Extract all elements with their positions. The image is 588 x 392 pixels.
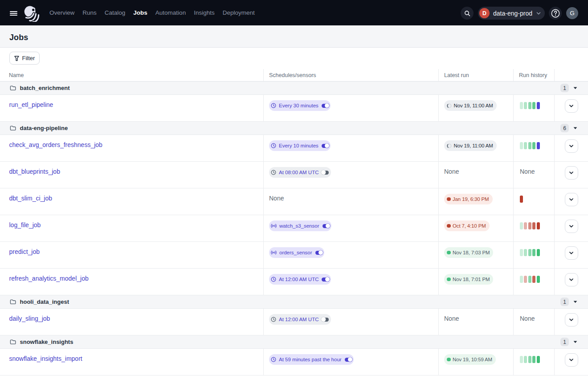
toggle-on[interactable]	[322, 104, 329, 108]
sensor-tag[interactable]: watch_s3_sensor	[269, 220, 331, 231]
run-history-bar-failure[interactable]	[528, 222, 531, 229]
run-history-bar-success[interactable]	[524, 356, 527, 363]
group-collapse-button[interactable]	[573, 301, 577, 303]
nav-item-automation[interactable]: Automation	[151, 0, 190, 25]
latest-run-pill[interactable]: Nov 19, 10:59 AM	[444, 354, 496, 365]
nav-item-deployment[interactable]: Deployment	[219, 0, 259, 25]
latest-run-pill[interactable]: Jan 19, 6:30 PM	[444, 194, 493, 204]
filter-button[interactable]: Filter	[9, 52, 40, 65]
run-history-none: None	[520, 167, 535, 176]
schedule-tag[interactable]: At 12:00 AM UTC	[269, 274, 331, 285]
nav-item-overview[interactable]: Overview	[45, 0, 78, 25]
nav-item-jobs[interactable]: Jobs	[129, 0, 151, 25]
run-history-bar-success[interactable]	[532, 356, 535, 363]
sensor-tag[interactable]: orders_sensor	[269, 247, 324, 258]
schedule-tag[interactable]: Every 30 minutes	[269, 100, 331, 111]
schedule-tag[interactable]: At 08:00 AM UTC	[269, 167, 331, 178]
group-collapse-button[interactable]	[573, 127, 577, 130]
run-history-bar-failure[interactable]	[532, 276, 535, 283]
nav-item-runs[interactable]: Runs	[78, 0, 101, 25]
caret-down-icon	[573, 127, 577, 130]
run-history-bar-success[interactable]	[528, 276, 531, 283]
job-name-cell: dbt_blueprints_job	[0, 162, 264, 188]
expand-row-button[interactable]	[565, 193, 578, 206]
toggle-on[interactable]	[322, 278, 329, 282]
run-history-bars	[520, 196, 554, 203]
run-history-bar-failure[interactable]	[537, 222, 540, 229]
run-history-bar-failure[interactable]	[520, 196, 523, 203]
dagster-logo[interactable]	[24, 1, 44, 22]
expand-row-button[interactable]	[565, 313, 578, 327]
user-avatar[interactable]: G	[566, 7, 578, 19]
help-button[interactable]	[549, 7, 562, 20]
group-collapse-button[interactable]	[573, 87, 577, 90]
job-name-link[interactable]: dbt_blueprints_job	[9, 167, 60, 176]
run-history-bar-failure[interactable]	[532, 222, 535, 229]
toggle-off[interactable]	[322, 171, 329, 175]
group-collapse-button[interactable]	[573, 341, 577, 343]
expand-row-button[interactable]	[565, 273, 578, 286]
run-history-bar-success[interactable]	[532, 249, 535, 256]
run-history-bar-success[interactable]	[532, 102, 535, 109]
job-name-link[interactable]: dbt_slim_ci_job	[9, 194, 53, 203]
run-history-bar-running[interactable]	[537, 102, 540, 109]
schedule-tag[interactable]: Every 10 minutes	[269, 140, 331, 151]
job-name-link[interactable]: snowflake_insights_import	[9, 354, 82, 363]
run-history-bar-success[interactable]	[524, 102, 527, 109]
run-history-bar-failure[interactable]	[524, 276, 527, 283]
run-history-bar-success[interactable]	[520, 276, 523, 283]
workspace-switcher[interactable]: D data-eng-prod	[478, 7, 545, 20]
run-history-bar-success[interactable]	[520, 222, 523, 229]
job-name-link[interactable]: run_etl_pipeline	[9, 100, 53, 109]
job-name-link[interactable]: predict_job	[9, 247, 40, 256]
run-history-bar-success[interactable]	[528, 102, 531, 109]
job-name-link[interactable]: check_avg_orders_freshness_job	[9, 140, 102, 149]
run-history-bar-success[interactable]	[520, 142, 523, 149]
latest-run-pill[interactable]: Nov 18, 7:03 PM	[444, 247, 493, 258]
expand-row-button[interactable]	[565, 166, 578, 180]
latest-run-pill[interactable]: Oct 7, 4:10 PM	[444, 220, 490, 231]
run-history-bar-success[interactable]	[537, 356, 540, 363]
nav-item-catalog[interactable]: Catalog	[101, 0, 130, 25]
latest-run-pill[interactable]: Nov 19, 11:00 AM	[444, 100, 497, 111]
menu-button[interactable]	[10, 0, 17, 25]
expand-row-button[interactable]	[565, 353, 578, 367]
chevron-down-icon	[569, 225, 573, 228]
toggle-on[interactable]	[345, 358, 352, 362]
schedules-cell: At 12:00 AM UTC	[264, 269, 439, 295]
run-history-bar-success[interactable]	[532, 142, 535, 149]
toggle-on[interactable]	[323, 224, 330, 228]
run-history-bar-success[interactable]	[528, 249, 531, 256]
run-history-bar-success[interactable]	[520, 102, 523, 109]
hamburger-bar	[10, 15, 17, 16]
expand-row-button[interactable]	[565, 220, 578, 233]
job-name-link[interactable]: log_file_job	[9, 220, 41, 229]
toggle-on[interactable]	[322, 144, 329, 148]
latest-run-cell: Nov 18, 7:01 PM	[439, 269, 514, 295]
run-history-bar-success[interactable]	[528, 142, 531, 149]
nav-item-insights[interactable]: Insights	[190, 0, 219, 25]
run-history-bar-failure[interactable]	[524, 222, 527, 229]
schedule-tag[interactable]: At 12:00 AM UTC	[269, 314, 331, 325]
folder-icon	[10, 299, 16, 304]
run-history-bar-running[interactable]	[537, 142, 540, 149]
job-name-link[interactable]: refresh_analytics_model_job	[9, 274, 89, 283]
expand-row-button[interactable]	[565, 99, 578, 113]
run-history-bar-success[interactable]	[537, 249, 540, 256]
expand-row-button[interactable]	[565, 246, 578, 260]
run-history-bar-success[interactable]	[520, 356, 523, 363]
expand-row-button[interactable]	[565, 139, 578, 153]
latest-run-pill[interactable]: Nov 18, 7:01 PM	[444, 274, 493, 285]
toggle-on[interactable]	[315, 251, 323, 255]
run-history-bar-success[interactable]	[520, 249, 523, 256]
run-history-bar-success[interactable]	[524, 249, 527, 256]
toggle-off[interactable]	[322, 318, 329, 322]
run-history-bar-success[interactable]	[537, 276, 540, 283]
schedule-tag[interactable]: At 59 minutes past the hour	[269, 354, 354, 365]
run-history-bar-success[interactable]	[524, 142, 527, 149]
latest-run-pill[interactable]: Nov 19, 11:00 AM	[444, 140, 497, 151]
job-name-link[interactable]: daily_sling_job	[9, 314, 50, 323]
run-history-bar-success[interactable]	[528, 356, 531, 363]
search-button[interactable]	[461, 7, 474, 20]
folder-icon	[10, 126, 16, 131]
